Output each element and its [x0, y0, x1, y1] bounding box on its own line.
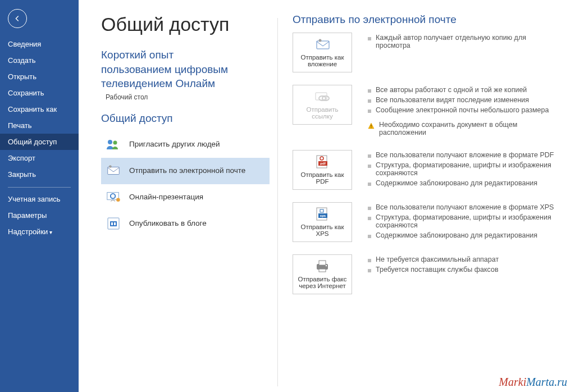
option-bullets-attach: Каждый автор получает отдельную копию дл…: [368, 33, 558, 51]
option-bullets-fax: Не требуется факсимильный аппаратТребует…: [368, 254, 558, 275]
option-button-attach[interactable]: Отправить как вложение: [293, 33, 352, 72]
bullet-icon: [368, 165, 371, 168]
option-row-fax: Отправить факс через ИнтернетНе требуетс…: [293, 254, 558, 294]
bullet-line: Требуется поставщик службы факсов: [368, 265, 558, 275]
svg-text:pdf: pdf: [320, 162, 326, 165]
main-panel: Общий доступ Короткий опыт пользованием …: [79, 0, 575, 392]
sidebar-item-3[interactable]: Сохранить: [0, 85, 79, 101]
sidebar-item-8[interactable]: Закрыть: [0, 166, 79, 183]
sidebar-item-1[interactable]: Создать: [0, 52, 79, 69]
svg-rect-27: [319, 261, 326, 265]
svg-rect-8: [110, 221, 117, 226]
bullet-icon: [368, 154, 371, 158]
svg-text:xps: xps: [320, 214, 326, 217]
share-item-email[interactable]: Отправить по электронной почте: [101, 158, 270, 184]
attach-icon: [314, 38, 331, 51]
sidebar-item-7[interactable]: Экспорт: [0, 150, 79, 166]
sidebar-bottom-item-0[interactable]: Учетная запись: [0, 191, 79, 207]
bullet-line: Сообщение электронной почты небольшого р…: [368, 105, 558, 115]
bullet-icon: [368, 37, 371, 40]
present-icon: [106, 190, 121, 204]
link-icon: [314, 90, 331, 103]
backstage-sidebar: СведенияСоздатьОткрытьСохранитьСохранить…: [0, 0, 79, 392]
share-item-label: Опубликовать в блоге: [129, 219, 207, 227]
sidebar-item-2[interactable]: Открыть: [0, 69, 79, 85]
share-item-blog[interactable]: Опубликовать в блоге: [101, 211, 270, 237]
option-button-label: Отправить как XPS: [295, 224, 349, 237]
bullet-icon: [368, 235, 371, 238]
share-item-label: Отправить по электронной почте: [129, 166, 245, 175]
svg-point-29: [326, 265, 327, 266]
bullet-icon: [368, 269, 371, 272]
xps-icon: xps: [314, 207, 331, 221]
bullet-line: Все пользователи получают вложение в фор…: [368, 150, 558, 160]
back-arrow-icon: [13, 14, 22, 23]
svg-rect-10: [114, 222, 116, 225]
option-button-label: Отправить как PDF: [295, 171, 349, 185]
option-button-label: Отправить факс через Интернет: [295, 276, 349, 289]
document-title: Короткий опыт пользованием цифровым теле…: [101, 48, 270, 91]
option-button-pdf[interactable]: pdfОтправить как PDF: [293, 150, 352, 190]
fax-icon: [314, 259, 331, 273]
bullet-icon: [368, 99, 371, 103]
sidebar-item-0[interactable]: Сведения: [0, 36, 79, 52]
back-button[interactable]: [8, 9, 27, 28]
svg-rect-11: [317, 41, 329, 49]
bullet-icon: [368, 89, 371, 93]
right-column: Отправить по электронной почте Отправить…: [293, 13, 558, 386]
warning-line: Необходимо сохранить документ в общем ра…: [368, 120, 558, 138]
option-row-xps: xpsОтправить как XPSВсе пользователи пол…: [293, 202, 558, 242]
svg-point-1: [113, 140, 117, 144]
bullet-line: Все пользователи получают вложение в фор…: [368, 202, 558, 212]
share-item-label: Онлайн-презентация: [129, 193, 203, 201]
sidebar-separator: [8, 187, 71, 188]
sidebar-bottom-item-2[interactable]: Надстройки: [0, 224, 79, 240]
pdf-icon: pdf: [314, 155, 331, 168]
sidebar-item-6[interactable]: Общий доступ: [0, 134, 79, 150]
bullet-line: Не требуется факсимильный аппарат: [368, 254, 558, 265]
bullet-icon: [368, 217, 371, 220]
email-icon: [106, 163, 121, 178]
share-item-present[interactable]: Онлайн-презентация: [101, 184, 270, 211]
svg-rect-2: [108, 167, 120, 174]
sidebar-item-4[interactable]: Сохранить как: [0, 101, 79, 117]
share-heading: Общий доступ: [101, 112, 270, 125]
bullet-icon: [368, 259, 371, 262]
bullet-line: Структура, форматирование, шрифты и изоб…: [368, 160, 558, 178]
email-heading: Отправить по электронной почте: [293, 13, 558, 26]
bullet-line: Все авторы работают с одной и той же коп…: [368, 85, 558, 95]
share-item-invite[interactable]: Пригласить других людей: [101, 131, 270, 158]
svg-rect-28: [319, 269, 326, 272]
bullet-line: Каждый автор получает отдельную копию дл…: [368, 33, 558, 51]
bullet-line: Структура, форматирование, шрифты и изоб…: [368, 212, 558, 230]
sidebar-bottom-item-1[interactable]: Параметры: [0, 207, 79, 224]
bullet-icon: [368, 207, 371, 210]
invite-icon: [106, 137, 121, 152]
option-button-label: Отправить как вложение: [295, 54, 349, 67]
blog-icon: [106, 216, 121, 231]
bullet-line: Все пользователи видят последние изменен…: [368, 95, 558, 105]
document-location: Рабочий стол: [106, 93, 270, 101]
svg-rect-17: [371, 127, 371, 128]
vertical-separator: [277, 18, 278, 386]
bullet-icon: [368, 110, 371, 113]
bullet-line: Содержимое заблокировано для редактирова…: [368, 178, 558, 188]
option-button-xps[interactable]: xpsОтправить как XPS: [293, 202, 352, 242]
option-button-fax[interactable]: Отправить факс через Интернет: [293, 254, 352, 294]
bullet-icon: [368, 183, 371, 186]
svg-point-6: [116, 198, 120, 202]
svg-point-0: [108, 140, 112, 144]
option-row-pdf: pdfОтправить как PDFВсе пользователи пол…: [293, 150, 558, 190]
share-list: Пригласить других людейОтправить по элек…: [101, 131, 270, 237]
option-button-label: Отправить ссылку: [295, 106, 349, 120]
option-row-attach: Отправить как вложениеКаждый автор получ…: [293, 33, 558, 72]
svg-point-12: [319, 39, 322, 42]
option-bullets-pdf: Все пользователи получают вложение в фор…: [368, 150, 558, 188]
bullet-line: Содержимое заблокировано для редактирова…: [368, 230, 558, 240]
warning-icon: [368, 122, 375, 129]
option-bullets-xps: Все пользователи получают вложение в фор…: [368, 202, 558, 240]
option-bullets-link: Все авторы работают с одной и той же коп…: [368, 85, 558, 138]
svg-rect-9: [111, 222, 113, 225]
sidebar-item-5[interactable]: Печать: [0, 117, 79, 134]
share-item-label: Пригласить других людей: [129, 140, 220, 148]
